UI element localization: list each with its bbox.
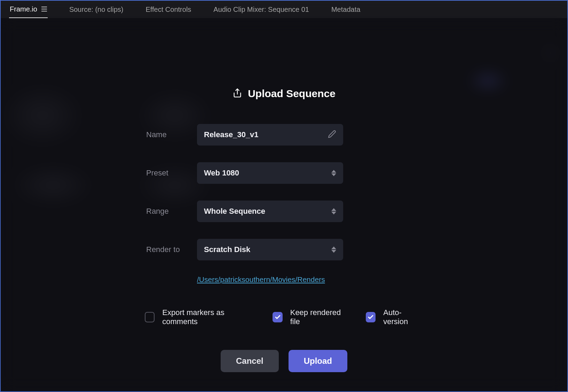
- cancel-button[interactable]: Cancel: [221, 350, 279, 372]
- button-row: Cancel Upload: [145, 350, 423, 372]
- chevron-up-icon[interactable]: [331, 246, 336, 249]
- hamburger-icon[interactable]: [41, 7, 47, 11]
- tab-source[interactable]: Source: (no clips): [69, 1, 124, 18]
- preset-spinner: [331, 170, 336, 176]
- range-value: Whole Sequence: [204, 207, 331, 216]
- name-field[interactable]: Release_30_v1: [197, 124, 343, 146]
- chevron-up-icon[interactable]: [331, 170, 336, 173]
- upload-button[interactable]: Upload: [289, 350, 347, 372]
- tab-effect-controls[interactable]: Effect Controls: [145, 1, 192, 18]
- upload-icon: [232, 88, 242, 99]
- content-area: Upload Sequence Name Release_30_v1 Prese…: [1, 18, 567, 391]
- tab-effect-controls-label: Effect Controls: [146, 6, 191, 14]
- preset-row: Preset Web 1080: [145, 162, 423, 184]
- auto-version-label: Auto-version: [383, 308, 423, 326]
- preset-field[interactable]: Web 1080: [197, 162, 343, 184]
- keep-rendered-label: Keep rendered file: [290, 308, 348, 326]
- export-markers-label: Export markers as comments: [162, 308, 255, 326]
- render-to-label: Render to: [145, 245, 197, 254]
- preset-label: Preset: [145, 168, 197, 178]
- keep-rendered-checkbox-group[interactable]: Keep rendered file: [273, 308, 348, 326]
- dialog-title: Upload Sequence: [248, 88, 336, 100]
- preset-value: Web 1080: [204, 168, 331, 178]
- export-markers-checkbox-group[interactable]: Export markers as comments: [145, 308, 255, 326]
- export-markers-checkbox[interactable]: [145, 312, 155, 322]
- name-row: Name Release_30_v1: [145, 124, 423, 146]
- tab-frameio-label: Frame.io: [10, 5, 37, 13]
- keep-rendered-checkbox[interactable]: [273, 312, 282, 322]
- upload-sequence-dialog: Upload Sequence Name Release_30_v1 Prese…: [145, 88, 423, 372]
- render-to-spinner: [331, 246, 336, 253]
- render-to-value: Scratch Disk: [204, 245, 331, 254]
- render-to-row: Render to Scratch Disk: [145, 239, 423, 260]
- tab-frameio[interactable]: Frame.io: [9, 1, 48, 18]
- render-path-link[interactable]: /Users/patricksouthern/Movies/Renders: [197, 275, 325, 284]
- chevron-down-icon[interactable]: [331, 173, 336, 176]
- pencil-icon[interactable]: [328, 130, 336, 140]
- name-value: Release_30_v1: [204, 130, 328, 139]
- range-label: Range: [145, 207, 197, 216]
- range-field[interactable]: Whole Sequence: [197, 201, 343, 222]
- dialog-header: Upload Sequence: [145, 88, 423, 100]
- tab-bar: Frame.io Source: (no clips) Effect Contr…: [1, 1, 567, 18]
- check-icon: [275, 314, 281, 320]
- render-to-field[interactable]: Scratch Disk: [197, 239, 343, 260]
- app-container: Frame.io Source: (no clips) Effect Contr…: [0, 0, 568, 392]
- check-icon: [368, 314, 374, 320]
- tab-metadata[interactable]: Metadata: [331, 1, 361, 18]
- tab-source-label: Source: (no clips): [69, 6, 124, 14]
- checkbox-row: Export markers as comments Keep rendered…: [145, 308, 423, 326]
- chevron-down-icon[interactable]: [331, 212, 336, 214]
- chevron-down-icon[interactable]: [331, 250, 336, 253]
- range-row: Range Whole Sequence: [145, 201, 423, 222]
- tab-audio-mixer-label: Audio Clip Mixer: Sequence 01: [213, 6, 309, 14]
- range-spinner: [331, 208, 336, 214]
- tab-audio-mixer[interactable]: Audio Clip Mixer: Sequence 01: [213, 1, 310, 18]
- auto-version-checkbox-group[interactable]: Auto-version: [366, 308, 423, 326]
- chevron-up-icon[interactable]: [331, 208, 336, 211]
- name-label: Name: [145, 130, 197, 139]
- tab-metadata-label: Metadata: [331, 6, 360, 14]
- auto-version-checkbox[interactable]: [366, 312, 376, 322]
